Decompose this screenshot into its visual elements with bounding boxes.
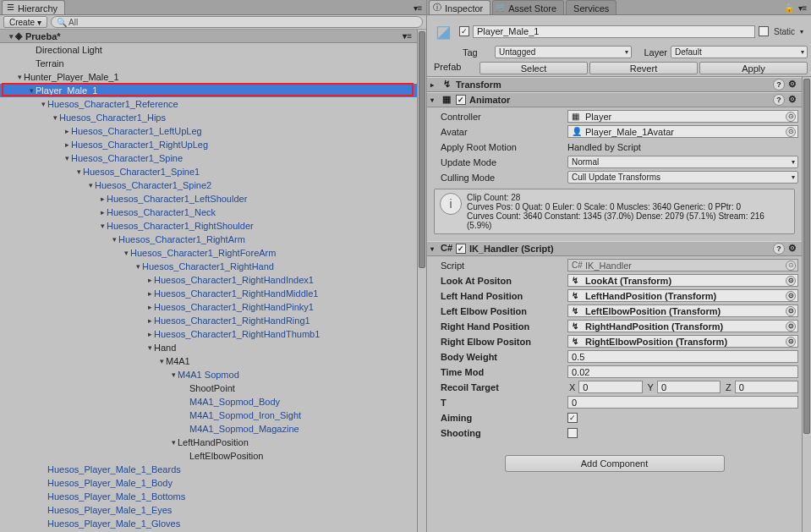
panel-menu-icon[interactable]: ▾≡ [412, 3, 424, 14]
hierarchy-item[interactable]: ▾Huesos_Character1_Spine2 [0, 178, 417, 192]
fold-icon[interactable]: ▸ [430, 81, 437, 89]
static-checkbox[interactable]: ✓ [759, 26, 769, 36]
expand-arrow[interactable]: ▾ [51, 113, 59, 122]
add-component-button[interactable]: Add Component [505, 455, 725, 472]
hierarchy-item[interactable]: Huesos_Player_Male_1_Eyes [0, 503, 417, 517]
t-field[interactable]: 0 [567, 396, 798, 409]
hierarchy-item[interactable]: ▾Huesos_Character1_Hips [0, 111, 417, 124]
hierarchy-item[interactable]: ShootPoint [0, 381, 417, 395]
expand-arrow[interactable]: ▸ [145, 303, 154, 311]
script-field[interactable]: C#IK_Handler⊙ [567, 259, 798, 271]
scrollbar-thumb[interactable] [803, 79, 810, 434]
hierarchy-item[interactable]: ▸Huesos_Character1_RightHandRing1 [0, 314, 417, 327]
shooting-checkbox[interactable]: ✓ [567, 428, 578, 438]
hierarchy-item[interactable]: ▸Huesos_Character1_Neck [0, 206, 417, 219]
hierarchy-item[interactable]: M4A1_Sopmod_Body [0, 395, 417, 409]
gear-icon[interactable]: ⚙ [786, 79, 798, 90]
help-icon[interactable]: ? [773, 79, 785, 90]
expand-arrow[interactable]: ▾ [110, 235, 118, 244]
hierarchy-item[interactable]: ▾Huesos_Character1_Spine1 [0, 165, 417, 178]
hierarchy-item[interactable]: Directional Light [0, 43, 417, 57]
static-dropdown-icon[interactable]: ▾ [800, 28, 808, 36]
hierarchy-item[interactable]: ▾Huesos_Character1_Reference [0, 97, 417, 111]
hierarchy-item[interactable]: ▸Huesos_Character1_LeftShoulder [0, 192, 417, 206]
controller-field[interactable]: ▦Player⊙ [567, 110, 798, 123]
hierarchy-item[interactable]: ▾Player_Male_1 [0, 84, 417, 97]
look-at-field[interactable]: ↯LookAt (Transform)⊙ [567, 274, 798, 287]
scrollbar-thumb[interactable] [419, 31, 425, 268]
time-mod-field[interactable]: 0.02 [567, 365, 798, 378]
tab-asset-store[interactable]: 🛒 Asset Store [492, 0, 564, 14]
body-weight-field[interactable]: 0.5 [567, 350, 798, 363]
expand-arrow[interactable]: ▾ [74, 167, 83, 176]
expand-arrow[interactable]: ▾ [122, 249, 130, 257]
tab-hierarchy[interactable]: ☰ Hierarchy [2, 0, 65, 14]
expand-arrow[interactable]: ▸ [145, 289, 154, 298]
expand-arrow[interactable]: ▸ [145, 330, 154, 338]
lock-icon[interactable]: 🔒 [783, 3, 795, 14]
object-picker-icon[interactable]: ⊙ [786, 321, 796, 332]
prefab-apply-button[interactable]: Apply [699, 62, 808, 74]
update-mode-dropdown[interactable]: Normal [567, 156, 798, 168]
animator-header[interactable]: ▾ ▦ ✓ Animator ? ⚙ [427, 92, 802, 107]
hierarchy-item[interactable]: ▾Huesos_Character1_RightHand [0, 260, 417, 273]
hierarchy-item[interactable]: ▸Huesos_Character1_RightHandIndex1 [0, 273, 417, 287]
hierarchy-item[interactable]: ▸Huesos_Character1_RightHandThumb1 [0, 327, 417, 341]
expand-arrow[interactable]: ▾ [98, 222, 107, 230]
hierarchy-item[interactable]: ▾Huesos_Character1_RightShoulder [0, 219, 417, 233]
expand-arrow[interactable]: ▸ [145, 316, 154, 325]
fold-icon[interactable]: ▾ [430, 245, 437, 253]
recoil-x-field[interactable]: 0 [578, 381, 642, 393]
object-picker-icon[interactable]: ⊙ [786, 112, 796, 122]
object-picker-icon[interactable]: ⊙ [786, 276, 796, 286]
object-picker-icon[interactable]: ⊙ [786, 306, 796, 316]
hierarchy-item[interactable]: ▾Huesos_Character1_RightArm [0, 233, 417, 246]
hierarchy-item[interactable]: Huesos_Player_Male_1_Body [0, 476, 417, 490]
expand-arrow[interactable]: ▾ [134, 262, 142, 271]
scene-row[interactable]: ▾◈Prueba*▾≡ [0, 30, 417, 43]
ik-enable-checkbox[interactable]: ✓ [456, 244, 466, 254]
create-button[interactable]: Create ▾ [3, 16, 47, 28]
hierarchy-item[interactable]: ▾LeftHandPosition [0, 436, 417, 449]
expand-arrow[interactable]: ▾ [169, 370, 178, 379]
vertical-scrollbar[interactable] [417, 30, 426, 532]
expand-arrow[interactable]: ▸ [145, 276, 154, 284]
transform-header[interactable]: ▸ ↯ Transform ? ⚙ [427, 77, 802, 92]
hierarchy-item[interactable]: Terrain [0, 57, 417, 70]
expand-arrow[interactable]: ▾ [63, 154, 71, 162]
rhp-field[interactable]: ↯RightHandPosition (Transform)⊙ [567, 320, 798, 332]
gear-icon[interactable]: ⚙ [786, 94, 798, 106]
search-input[interactable]: 🔍 All [51, 16, 423, 28]
hierarchy-item[interactable]: LeftElbowPosition [0, 449, 417, 463]
hierarchy-item[interactable]: ▸Huesos_Character1_RightHandMiddle1 [0, 287, 417, 300]
hierarchy-item[interactable]: ▸Huesos_Character1_RightUpLeg [0, 138, 417, 151]
expand-arrow[interactable]: ▸ [63, 127, 71, 135]
hierarchy-item[interactable]: Huesos_Player_Male_1_Bottoms [0, 490, 417, 503]
hierarchy-item[interactable]: M4A1_Sopmod_Iron_Sight [0, 409, 417, 422]
culling-mode-dropdown[interactable]: Cull Update Transforms [567, 171, 798, 184]
help-icon[interactable]: ? [773, 94, 785, 106]
active-checkbox[interactable]: ✓ [459, 26, 469, 36]
tab-inspector[interactable]: ⓘ Inspector [429, 0, 490, 14]
expand-arrow[interactable]: ▾ [39, 100, 47, 108]
hierarchy-item[interactable]: Huesos_Player_Male_1_Beards [0, 463, 417, 476]
expand-arrow[interactable]: ▾ [145, 343, 154, 352]
lep-field[interactable]: ↯LeftElbowPosition (Transform)⊙ [567, 304, 798, 317]
gear-icon[interactable]: ⚙ [786, 243, 798, 255]
recoil-z-field[interactable]: 0 [735, 381, 798, 393]
fold-icon[interactable]: ▾ [430, 96, 437, 104]
object-picker-icon[interactable]: ⊙ [786, 127, 796, 137]
expand-arrow[interactable]: ▾ [27, 86, 36, 95]
expand-arrow[interactable]: ▾ [169, 438, 178, 447]
hierarchy-item[interactable]: M4A1_Sopmod_Magazine [0, 422, 417, 436]
hierarchy-item[interactable]: ▾M4A1 [0, 354, 417, 368]
hierarchy-item[interactable]: ▾Hunter_Player_Male_1 [0, 70, 417, 84]
ik-header[interactable]: ▾ C# ✓ IK_Handler (Script) ? ⚙ [427, 241, 802, 256]
hierarchy-item[interactable]: Huesos_Player_Male_1_Gloves [0, 517, 417, 530]
expand-arrow[interactable]: ▸ [63, 140, 71, 149]
recoil-y-field[interactable]: 0 [657, 381, 721, 393]
tag-dropdown[interactable]: Untagged [495, 46, 632, 58]
expand-arrow[interactable]: ▾ [157, 357, 166, 365]
hierarchy-item[interactable]: ▾M4A1 Sopmod [0, 368, 417, 381]
gameobject-name-field[interactable]: Player_Male_1 [473, 25, 755, 38]
